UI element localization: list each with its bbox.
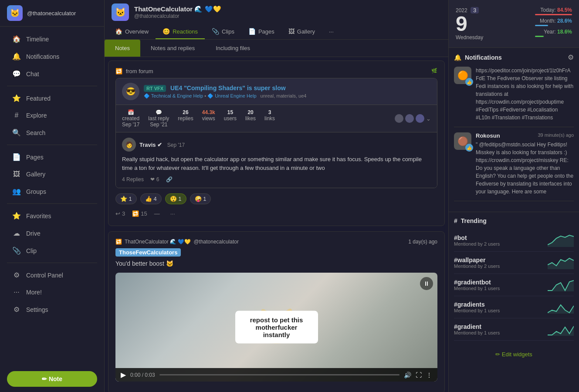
reactions-icon: 😊 [163, 28, 170, 35]
more-actions[interactable]: ··· [167, 209, 179, 219]
note-button[interactable]: ✏ Note [7, 371, 97, 387]
sidebar-item-search[interactable]: 🔍 Search [3, 124, 101, 141]
sidebar-nav: 🏠 Timeline 🔔 Notifications 💬 Chat ⭐ Feat… [0, 27, 104, 366]
tab-clips[interactable]: 📎 Clips [205, 24, 241, 39]
sidebar-item-pages[interactable]: 📄 Pages [3, 149, 101, 166]
profile-name-area: ThatOneCalculator 🌊 💙💛 @thatonecalculato… [134, 5, 441, 19]
trending-tag-gradientbot: #gradientbot Mentioned by 1 users [454, 279, 500, 291]
tab-overview[interactable]: 🏠 Overview [108, 24, 156, 39]
favorites-icon: ⭐ [12, 212, 21, 220]
more-video-options[interactable]: ⋮ [426, 372, 432, 378]
tab-gallery[interactable]: 🖼 Gallery [281, 24, 322, 39]
month-bar [535, 25, 548, 26]
share-icon[interactable]: 🔗 [166, 176, 173, 182]
sidebar-item-favorites[interactable]: ⭐ Favorites [3, 207, 101, 224]
embedded-title: RT VFX UE4 "Compiling Shaders" is super … [144, 84, 306, 91]
sidebar-item-label: Gallery [26, 171, 45, 178]
clip-icon: 📎 [12, 247, 21, 255]
reply-count[interactable]: 4 Replies [122, 176, 144, 182]
home-icon: 🏠 [12, 35, 21, 43]
content-tab-notes-replies[interactable]: Notes and replies [140, 40, 205, 57]
stat-likes: 20 likes [245, 109, 256, 128]
sidebar-item-label: Groups [26, 188, 46, 195]
sidebar-item-chat[interactable]: 💬 Chat [3, 65, 101, 82]
reaction-thumbs-up[interactable]: 👍 4 [140, 193, 162, 204]
tab-reactions[interactable]: 😊 Reactions [156, 24, 205, 39]
trending-item-gradientbot[interactable]: #gradientbot Mentioned by 1 users [454, 274, 574, 296]
sidebar-item-drive[interactable]: ☁ Drive [3, 225, 101, 242]
reply-header: 🧑 Travis ✔ Sep '17 [122, 138, 431, 152]
volume-button[interactable]: 🔊 [404, 372, 411, 378]
sidebar-item-label: Explore [26, 112, 47, 119]
tab-pages[interactable]: 📄 Pages [241, 24, 281, 39]
content-tabs: Notes Notes and replies Including files [105, 40, 448, 57]
sidebar-item-featured[interactable]: ⭐ Featured [3, 90, 101, 107]
sidebar-item-notifications[interactable]: 🔔 Notifications [3, 48, 101, 65]
stat-replies: 26 replies [178, 109, 193, 128]
sidebar-item-clip[interactable]: 📎 Clip [3, 242, 101, 259]
expand-icon[interactable]: ⌄ [426, 115, 431, 122]
pages-icon: 📄 [12, 153, 21, 161]
content-tab-including-files[interactable]: Including files [205, 40, 261, 57]
edit-widgets-link[interactable]: ✏ Edit widgets [449, 346, 579, 363]
trending-chart-gradient [548, 323, 574, 336]
reply-avatar: 🧑 [122, 138, 136, 152]
tab-overview-label: Overview [125, 28, 149, 35]
sidebar-item-timeline[interactable]: 🏠 Timeline [3, 30, 101, 47]
trending-tag-bot: #bot Mentioned by 2 users [454, 234, 500, 247]
reaction-shocked[interactable]: 😲 1 [165, 193, 186, 204]
calendar-weekday: Wednesday [456, 34, 483, 41]
sidebar-item-groups[interactable]: 👥 Groups [3, 183, 101, 200]
post-reactions-1: ⭐ 1 👍 4 😲 1 🤪 1 [115, 193, 437, 204]
calendar-widget: 2022 3 9 Wednesday Today: 84.5% Month: 2… [449, 0, 579, 48]
hash-icon: # [12, 112, 21, 119]
boosted-by: ThatOneCalculator 🌊 💙💛 [125, 239, 191, 245]
notifications-widget: 🔔 Notifications ⚙ 🟠 👍 https://poeditor.c… [449, 48, 579, 212]
sidebar-item-settings[interactable]: ⚙ Settings [3, 301, 101, 318]
play-button[interactable]: ▶ [121, 371, 126, 379]
notifications-settings-icon[interactable]: ⚙ [568, 53, 574, 61]
video-progress-bar[interactable] [159, 374, 400, 375]
trending-tag-gradient: #gradient Mentioned by 1 users [454, 323, 500, 335]
sidebar-item-control-panel[interactable]: ⚙ Control Panel [3, 267, 101, 284]
clips-icon: 📎 [212, 28, 219, 35]
sidebar-item-gallery[interactable]: 🖼 Gallery [3, 166, 101, 182]
profile-name: ThatOneCalculator 🌊 💙💛 [134, 5, 441, 13]
trending-item-wallpaper[interactable]: #wallpaper Mentioned by 2 users [454, 252, 574, 274]
reaction-star[interactable]: ⭐ 1 [115, 193, 137, 204]
trending-chart-gradientbot [548, 278, 574, 291]
stat-links: 3 links [264, 109, 275, 128]
notif-name-2: Rokosun [476, 132, 500, 139]
sidebar-item-more[interactable]: ··· More! [3, 284, 101, 301]
sidebar-item-explore[interactable]: # Explore [3, 107, 101, 124]
post-actions-1: ↩ 3 🔁 15 — ··· [115, 209, 437, 219]
content-tab-notes[interactable]: Notes [105, 40, 140, 57]
video-toggle[interactable]: ⏸ [420, 277, 433, 290]
calendar-month: 3 [471, 7, 479, 14]
sidebar-header: 🐱 @thatonecalculator [0, 0, 104, 27]
trending-title: # Trending [454, 217, 487, 224]
fullscreen-button[interactable]: ⛶ [416, 372, 422, 378]
reaction-crazy[interactable]: 🤪 1 [190, 193, 211, 204]
tab-more[interactable]: ··· [322, 24, 341, 39]
sidebar-item-label: Pages [26, 154, 44, 161]
notif-item-1: 🟠 👍 https://poeditor.com/join/project/1l… [454, 67, 574, 127]
trending-chart-bot [548, 234, 574, 247]
sidebar-item-label: Control Panel [26, 272, 63, 279]
groups-icon: 👥 [12, 187, 21, 196]
video-time: 0:00 / 0:03 [130, 372, 155, 378]
reply-action[interactable]: ↩ 3 [115, 210, 125, 217]
sidebar: 🐱 @thatonecalculator 🏠 Timeline 🔔 Notifi… [0, 0, 105, 392]
star-icon: ⭐ [12, 94, 21, 102]
trending-item-gradient[interactable]: #gradient Mentioned by 1 users [454, 318, 574, 341]
sidebar-item-label: Featured [26, 95, 51, 102]
boost-action[interactable]: 🔁 15 [132, 210, 147, 217]
react-action[interactable]: — [154, 210, 160, 217]
overview-icon: 🏠 [115, 28, 122, 35]
trending-item-bot[interactable]: #bot Mentioned by 2 users [454, 230, 574, 252]
reply-actions: 4 Replies ❤ 6 🔗 [122, 176, 431, 182]
trending-widget: # Trending #bot Mentioned by 2 users #wa… [449, 212, 579, 346]
trending-item-gradients[interactable]: #gradients Mentioned by 1 users [454, 296, 574, 318]
today-stat: Today: 84.5% [535, 7, 572, 15]
notif-badge-1: 👍 [465, 78, 473, 86]
